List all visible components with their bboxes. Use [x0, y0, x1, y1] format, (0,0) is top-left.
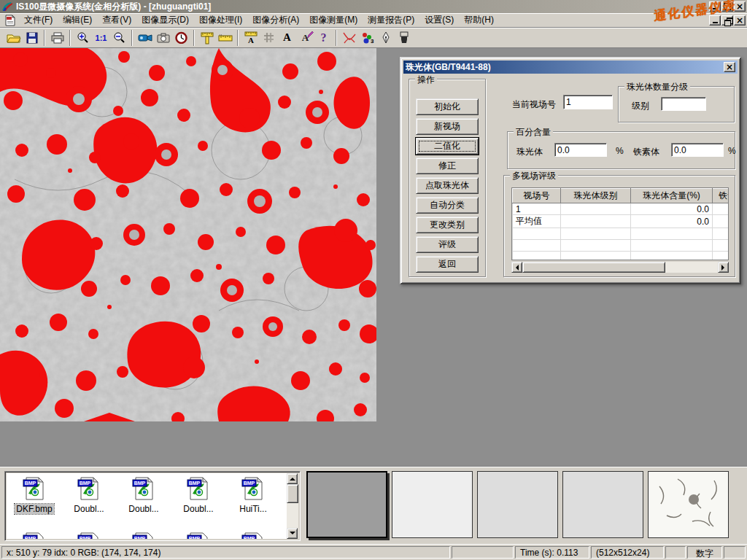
pick-pearlite-button[interactable]: 点取珠光体 — [416, 177, 479, 194]
table-row[interactable] — [513, 240, 729, 252]
menu-view[interactable]: 查看(V) — [97, 12, 136, 28]
file-item[interactable]: BMP Doubl... — [63, 476, 115, 514]
file-item[interactable]: BMP — [227, 532, 279, 539]
cell: 0.0 — [631, 215, 713, 228]
curve-button[interactable] — [340, 29, 358, 47]
file-item[interactable]: BMP Doubl... — [172, 476, 225, 514]
menu-bar: 文件(F) 编辑(E) 查看(V) 图像显示(D) 图像处理(I) 图像分析(A… — [0, 13, 747, 28]
scroll-right-button[interactable] — [718, 262, 729, 273]
grid-button[interactable] — [260, 29, 278, 47]
measure-text-button[interactable]: A — [241, 29, 260, 47]
snapshot-button[interactable] — [154, 29, 172, 47]
print-button[interactable] — [48, 29, 66, 47]
open-button[interactable] — [4, 29, 23, 47]
operations-group: 操作 初始化 新视场 二值化 修正 点取珠光体 自动分类 更改类别 评级 返回 — [409, 79, 486, 277]
pearlite-percent-input[interactable] — [554, 143, 607, 157]
file-item[interactable]: BMP HuiTi... — [227, 476, 279, 514]
initialize-button[interactable]: 初始化 — [416, 98, 479, 115]
scroll-left-button[interactable] — [511, 262, 522, 273]
zoom-in-button[interactable] — [74, 29, 92, 47]
scroll-thumb[interactable] — [522, 262, 665, 273]
bmp-file-icon: BMP — [187, 532, 210, 539]
thumbnail[interactable] — [477, 471, 558, 538]
menu-edit[interactable]: 编辑(E) — [58, 12, 97, 28]
ruler-button[interactable] — [216, 29, 234, 47]
auto-classify-button[interactable]: 自动分类 — [416, 197, 479, 214]
new-view-button[interactable]: 新视场 — [416, 118, 479, 135]
mdi-child-icon[interactable] — [4, 15, 16, 26]
minimize-button[interactable] — [709, 1, 721, 12]
file-item[interactable]: BMP — [8, 532, 61, 539]
pen-button[interactable] — [376, 29, 395, 47]
micrograph-canvas[interactable] — [0, 48, 376, 421]
video-capture-button[interactable] — [136, 29, 154, 47]
multiview-table[interactable]: 视场号 珠光体级别 珠光体含量(%) 铁素体含量(%) 10.0 平均值0.0 — [511, 187, 729, 260]
dialog-close-button[interactable] — [724, 62, 735, 72]
thumbnail-selected[interactable] — [306, 471, 387, 538]
table-row[interactable] — [513, 252, 729, 261]
thumbnail[interactable] — [648, 471, 729, 538]
table-hscrollbar[interactable] — [511, 262, 729, 273]
file-item[interactable]: BMP — [172, 532, 225, 539]
menu-image-analysis[interactable]: 图像分析(A) — [247, 12, 304, 28]
menu-file[interactable]: 文件(F) — [19, 12, 58, 28]
bmp-badge: BMP — [244, 536, 255, 539]
file-item[interactable]: BMP — [63, 532, 115, 539]
help-icon — [321, 31, 327, 44]
correct-button[interactable]: 修正 — [416, 158, 479, 174]
menu-help[interactable]: 帮助(H) — [459, 12, 499, 28]
cell: 1 — [513, 203, 561, 215]
thumbnail[interactable] — [392, 471, 473, 538]
actual-size-button[interactable] — [92, 29, 110, 47]
scroll-down-button[interactable] — [287, 528, 298, 539]
menu-image-display[interactable]: 图像显示(D) — [136, 12, 194, 28]
table-row[interactable] — [513, 228, 729, 240]
font-button[interactable] — [278, 29, 296, 47]
file-list: BMP DKF.bmp BMP Doubl... BMP Doubl... BM… — [4, 471, 301, 541]
file-item[interactable]: BMP DKF.bmp — [8, 476, 61, 514]
return-button[interactable]: 返回 — [416, 256, 479, 273]
table-row[interactable]: 平均值0.0 — [513, 215, 729, 228]
scroll-track[interactable] — [665, 262, 718, 273]
col-view-number: 视场号 — [513, 189, 561, 203]
file-item[interactable]: BMP — [117, 532, 170, 539]
mdi-restore-button[interactable] — [721, 15, 733, 26]
file-item[interactable]: BMP Doubl... — [117, 476, 170, 514]
count-points-button[interactable] — [358, 29, 376, 47]
change-class-button[interactable]: 更改类别 — [416, 217, 479, 233]
mdi-minimize-button[interactable] — [709, 15, 721, 26]
grade-button[interactable]: 评级 — [416, 236, 479, 253]
bmp-file-icon: BMP — [241, 476, 265, 501]
maximize-button[interactable] — [721, 1, 733, 12]
menu-image-processing[interactable]: 图像处理(I) — [194, 12, 247, 28]
file-list-vscrollbar[interactable] — [287, 473, 298, 539]
save-button[interactable] — [23, 29, 41, 47]
table-row[interactable]: 10.0 — [513, 203, 729, 215]
ferrite-percent-input[interactable] — [671, 143, 724, 157]
menu-measure-report[interactable]: 测量报告(P) — [363, 12, 419, 28]
thumbnail[interactable] — [562, 471, 643, 538]
current-view-input[interactable] — [563, 95, 613, 109]
scroll-track[interactable] — [287, 503, 298, 528]
annotate-button[interactable] — [296, 29, 314, 47]
file-name: Doubl... — [182, 504, 214, 514]
ruler-icon — [218, 34, 233, 42]
binarize-button[interactable]: 二值化 — [416, 138, 479, 155]
caliper-button[interactable] — [198, 29, 216, 47]
close-button[interactable] — [734, 1, 746, 12]
menu-settings[interactable]: 设置(S) — [419, 12, 459, 28]
brush-button[interactable] — [395, 29, 413, 47]
bmp-file-icon: BMP — [241, 532, 265, 539]
timer-icon — [175, 31, 187, 44]
grade-input[interactable] — [661, 97, 706, 111]
mdi-close-button[interactable] — [734, 15, 746, 26]
scroll-up-button[interactable] — [287, 473, 298, 484]
pearlite-label: 珠光体 — [516, 146, 543, 158]
zoom-out-button[interactable] — [110, 29, 128, 47]
menu-image-measure[interactable]: 图像测量(M) — [304, 12, 363, 28]
dialog-title-bar[interactable]: 珠光体(GB/T9441-88) — [403, 61, 738, 74]
timer-button[interactable] — [172, 29, 190, 47]
file-list-viewport[interactable]: BMP DKF.bmp BMP Doubl... BMP Doubl... BM… — [7, 473, 287, 539]
help-button[interactable] — [314, 29, 333, 47]
scroll-thumb[interactable] — [287, 484, 298, 503]
